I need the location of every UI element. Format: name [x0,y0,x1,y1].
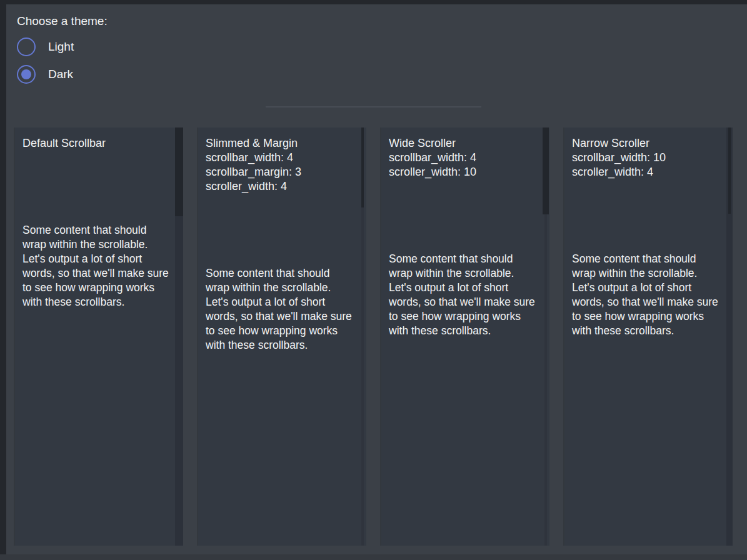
panel-param: scroller_width: 4 [206,179,366,194]
panel-paragraph: Some content that should wrap within the… [389,252,536,338]
radio-selected-icon[interactable] [17,65,36,84]
scrollbar-thumb[interactable] [175,128,183,216]
window-frame-left [0,0,6,560]
panel-title: Narrow Scroller [572,136,733,151]
theme-prompt: Choose a theme: [17,14,108,29]
radio-option-dark[interactable]: Dark [17,64,108,84]
panel-title: Wide Scroller [389,136,549,151]
radio-label-light: Light [48,40,74,54]
panel-param: scroller_width: 4 [572,165,733,179]
panel-title: Default Scrollbar [23,136,183,151]
radio-option-light[interactable]: Light [17,37,108,56]
window-frame-bottom [0,554,747,560]
scrollbar-thumb[interactable] [361,128,364,208]
scrollbar-thumb[interactable] [728,128,731,214]
scrollable-panel-narrow-scroller[interactable]: Narrow Scroller scrollbar_width: 10 scro… [564,128,733,546]
scrollbar-track[interactable] [544,128,547,546]
scrollbar-track[interactable] [726,128,733,546]
scrollable-panel-slimmed[interactable]: Slimmed & Margin scrollbar_width: 4 scro… [198,128,366,546]
window-frame-top [0,0,747,4]
scrollable-panel-wide-scroller[interactable]: Wide Scroller scrollbar_width: 4 scrolle… [381,128,549,546]
radio-unselected-icon[interactable] [17,38,36,56]
panel-param: scrollbar_width: 4 [389,151,549,165]
scrollbar-thumb[interactable] [543,128,549,214]
panel-param: scroller_width: 10 [389,165,549,179]
scrollbar-track[interactable] [175,128,183,546]
theme-selector: Choose a theme: Light Dark [17,14,108,84]
scrollbar-track[interactable] [361,128,364,546]
scrollable-panel-default[interactable]: Default Scrollbar Some content that shou… [15,128,183,546]
panel-paragraph: Some content that should wrap within the… [572,252,719,338]
panel-param: scrollbar_width: 4 [206,151,366,165]
panel-title: Slimmed & Margin [206,136,366,151]
radio-label-dark: Dark [48,68,73,81]
panel-param: scrollbar_width: 10 [572,151,733,165]
section-divider [266,106,481,108]
panel-paragraph: Some content that should wrap within the… [23,223,170,309]
panel-param: scrollbar_margin: 3 [206,165,366,179]
panel-paragraph: Some content that should wrap within the… [206,266,353,352]
